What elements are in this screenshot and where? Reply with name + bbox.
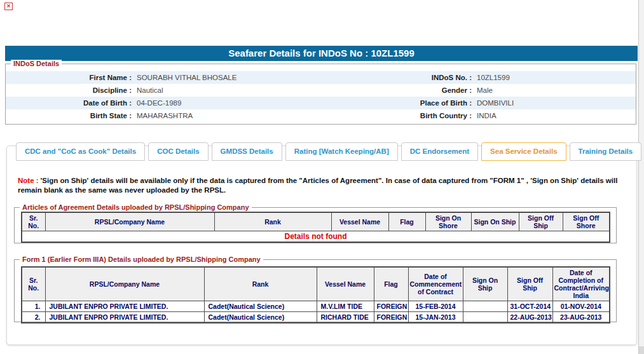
- tab-dc-endorsement[interactable]: DC Endorsement: [401, 142, 478, 161]
- cell-rank: Cadet(Nautical Science): [204, 312, 317, 323]
- col-header: Sr. No.: [22, 267, 45, 301]
- cell-rank: Cadet(Nautical Science): [204, 301, 317, 312]
- field-label: Gender :: [341, 86, 472, 94]
- col-header: Flag: [388, 212, 425, 231]
- note-prefix: Note :: [18, 177, 39, 184]
- field-value: DOMBIVILI: [472, 99, 636, 107]
- field-label: First Name :: [6, 74, 132, 81]
- col-header: Sign Off Shore: [563, 212, 610, 231]
- indos-row: Discipline : Nautical Gender : Male: [6, 84, 636, 97]
- cell-sr-no: 2.: [22, 312, 45, 323]
- table-row: 2. JUBILANT ENPRO PRIVATE LIMITED. Cadet…: [22, 312, 610, 323]
- field-label: Birth State :: [6, 112, 132, 119]
- form1-details-legend: Form 1 (Earlier Form IIIA) Details uploa…: [20, 255, 263, 263]
- form1-details-fieldset: Form 1 (Earlier Form IIIA) Details uploa…: [14, 259, 617, 322]
- indos-details-fieldset: INDoS Details First Name : SOURABH VITHA…: [5, 64, 636, 125]
- field-label: Place of Birth :: [341, 99, 472, 107]
- cell-completion-date: 23-AUG-2013: [552, 312, 610, 323]
- cell-sign-off-ship: 31-OCT-2014: [507, 301, 552, 312]
- cell-commencement-date: 15-JAN-2013: [408, 312, 463, 323]
- tab-strip: CDC and "CoC as Cook" Details COC Detail…: [16, 142, 641, 161]
- col-header: RPSL/Company Name: [45, 212, 214, 231]
- tab-sea-service-details[interactable]: Sea Service Details: [481, 142, 566, 161]
- scrollbar-corner: [638, 346, 644, 354]
- col-header: Sr. No.: [22, 212, 45, 231]
- form1-details-table: Sr. No. RPSL/Company Name Rank Vessel Na…: [21, 266, 610, 323]
- tab-rating-watch-keeping-ab[interactable]: Rating [Watch Keeping/AB]: [285, 142, 398, 161]
- indos-row: Date of Birth : 04-DEC-1989 Place of Bir…: [6, 97, 636, 109]
- field-value: SOURABH VITHAL BHOSALE: [132, 74, 341, 81]
- field-value: 10ZL1599: [472, 74, 636, 81]
- cell-company: JUBILANT ENPRO PRIVATE LIMITED.: [45, 301, 204, 312]
- col-header: Sign On Shore: [425, 212, 471, 231]
- tab-cdc-coc-as-cook-details[interactable]: CDC and "CoC as Cook" Details: [16, 142, 145, 161]
- vertical-scrollbar[interactable]: [638, 0, 644, 354]
- col-header: Rank: [204, 267, 317, 301]
- col-header: Sign On Ship: [463, 267, 507, 301]
- note-text: 'Sign on Ship' details will be available…: [18, 177, 617, 194]
- col-header: RPSL/Company Name: [45, 267, 204, 301]
- field-label: INDoS No. :: [341, 74, 472, 81]
- field-label: Discipline :: [6, 86, 132, 94]
- col-header: Rank: [214, 212, 331, 231]
- cell-commencement-date: 15-FEB-2014: [408, 301, 463, 312]
- col-header: Date of Completion of Contract/Arriving …: [552, 267, 610, 301]
- tab-gmdss-details[interactable]: GMDSS Details: [212, 142, 282, 161]
- field-value: MAHARASHTRA: [132, 112, 341, 119]
- col-header: Sign On Ship: [471, 212, 519, 231]
- table-row: Details not found: [22, 231, 610, 243]
- broken-image-icon: ✕: [4, 3, 13, 10]
- indos-row: Birth State : MAHARASHTRA Birth Country …: [6, 109, 636, 122]
- col-header: Sign Off Ship: [507, 267, 552, 301]
- cell-completion-date: 01-NOV-2014: [552, 301, 610, 312]
- col-header: Vessel Name: [317, 267, 374, 301]
- indos-details-legend: INDoS Details: [11, 60, 62, 67]
- field-value: 04-DEC-1989: [132, 99, 341, 107]
- field-value: INDIA: [472, 112, 636, 119]
- cell-sign-on-ship: [463, 301, 507, 312]
- articles-of-agreement-legend: Articles of Agreement Details uploaded b…: [20, 203, 252, 211]
- col-header: Sign Off Ship: [519, 212, 563, 231]
- indos-details-grid: First Name : SOURABH VITHAL BHOSALE INDo…: [6, 64, 636, 122]
- page-title: Seafarer Details for INDoS No : 10ZL1599: [5, 46, 638, 61]
- indos-row: First Name : SOURABH VITHAL BHOSALE INDo…: [6, 71, 636, 84]
- cell-sign-on-ship: [463, 312, 507, 323]
- articles-of-agreement-fieldset: Articles of Agreement Details uploaded b…: [14, 207, 617, 243]
- cell-flag: FOREIGN: [374, 301, 408, 312]
- field-label: Birth Country :: [341, 112, 472, 119]
- col-header: Date of Commencement of Contract: [408, 267, 463, 301]
- empty-result-message: Details not found: [22, 231, 610, 243]
- cell-company: JUBILANT ENPRO PRIVATE LIMITED.: [45, 312, 204, 323]
- cell-vessel: M.V.LIM TIDE: [317, 301, 374, 312]
- cell-sr-no: 1.: [22, 301, 45, 312]
- field-label: Date of Birth :: [6, 99, 132, 107]
- table-row: 1. JUBILANT ENPRO PRIVATE LIMITED. Cadet…: [22, 301, 610, 312]
- field-value: Nautical: [132, 86, 341, 94]
- cell-sign-off-ship: 22-AUG-2013: [507, 312, 552, 323]
- col-header: Flag: [374, 267, 408, 301]
- table-header-row: Sr. No. RPSL/Company Name Rank Vessel Na…: [22, 212, 610, 231]
- table-header-row: Sr. No. RPSL/Company Name Rank Vessel Na…: [22, 267, 610, 301]
- cell-flag: FOREIGN: [374, 312, 408, 323]
- tab-training-details[interactable]: Training Details: [570, 142, 642, 161]
- tab-coc-details[interactable]: COC Details: [148, 142, 208, 161]
- sign-on-ship-note: Note :'Sign on Ship' details will be ava…: [18, 176, 623, 195]
- articles-of-agreement-table: Sr. No. RPSL/Company Name Rank Vessel Na…: [21, 212, 610, 243]
- field-value: Male: [472, 86, 636, 94]
- cell-vessel: RICHARD TIDE: [317, 312, 374, 323]
- col-header: Vessel Name: [331, 212, 388, 231]
